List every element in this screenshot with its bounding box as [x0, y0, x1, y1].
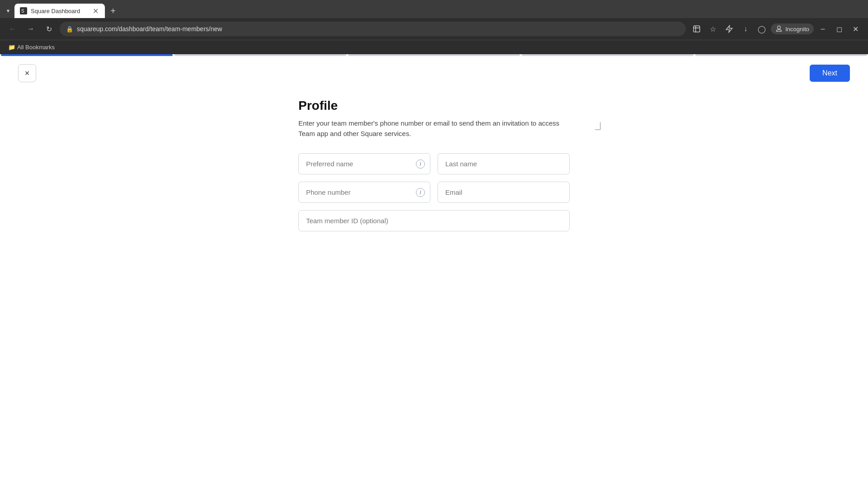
page-content: × Next Profile Enter your team member's …: [0, 54, 868, 484]
progress-segment-2: [175, 54, 346, 56]
bookmarks-folder-icon: 📁: [8, 44, 15, 51]
bookmarks-bar: 📁 All Bookmarks: [0, 40, 868, 54]
bookmark-star-icon[interactable]: ☆: [706, 22, 720, 36]
new-tab-button[interactable]: +: [107, 5, 119, 17]
extensions-icon[interactable]: [689, 22, 704, 36]
all-bookmarks-item[interactable]: 📁 All Bookmarks: [5, 43, 57, 52]
toolbar-icons: ☆ ↓ ◯ Incognito – ◻ ✕: [689, 22, 863, 36]
close-button[interactable]: ×: [18, 64, 36, 82]
download-icon[interactable]: ↓: [738, 22, 753, 36]
performance-icon[interactable]: [722, 22, 736, 36]
form-title: Profile: [298, 99, 570, 113]
progress-segment-4: [522, 54, 693, 56]
team-member-id-input[interactable]: [298, 210, 570, 231]
preferred-name-input[interactable]: [298, 153, 430, 174]
phone-info-icon[interactable]: i: [416, 188, 425, 197]
progress-segment-1: [1, 54, 173, 56]
incognito-button[interactable]: Incognito: [771, 23, 814, 34]
preferred-name-field: i: [298, 153, 430, 174]
phone-field: i: [298, 182, 430, 203]
close-icon: ×: [25, 69, 30, 78]
all-bookmarks-label: All Bookmarks: [17, 44, 55, 51]
browser-tab-active[interactable]: S Square Dashboard ✕: [14, 4, 105, 18]
name-row: i: [298, 153, 570, 174]
last-name-input[interactable]: [438, 153, 570, 174]
url-text: squareup.com/dashboard/team/team-members…: [77, 25, 679, 33]
reload-button[interactable]: ↻: [42, 22, 56, 36]
tab-scroll-btn[interactable]: ▼: [4, 5, 13, 17]
lock-icon: 🔒: [66, 26, 73, 33]
svg-text:S: S: [21, 9, 24, 14]
last-name-field: [438, 153, 570, 174]
browser-chrome: ▼ S Square Dashboard ✕ + ← → ↻ 🔒 squareu…: [0, 0, 868, 54]
tab-close-btn[interactable]: ✕: [91, 7, 99, 15]
preferred-name-info-icon[interactable]: i: [416, 160, 425, 169]
next-button-label: Next: [822, 69, 837, 77]
tab-favicon: S: [20, 7, 27, 14]
tab-title: Square Dashboard: [31, 8, 88, 14]
team-id-row: [298, 210, 570, 231]
address-bar[interactable]: 🔒 squareup.com/dashboard/team/team-membe…: [60, 22, 686, 36]
profile-form: Profile Enter your team member's phone n…: [289, 99, 579, 231]
progress-segment-5: [695, 54, 867, 56]
next-button[interactable]: Next: [810, 65, 850, 82]
form-description: Enter your team member's phone number or…: [298, 118, 570, 139]
email-field: [438, 182, 570, 203]
email-input[interactable]: [438, 182, 570, 203]
forward-button[interactable]: →: [24, 22, 38, 36]
page-header: × Next: [0, 57, 868, 89]
back-button[interactable]: ←: [5, 22, 20, 36]
phone-input[interactable]: [298, 182, 430, 203]
incognito-label: Incognito: [785, 26, 809, 33]
contact-row: i: [298, 182, 570, 203]
restore-btn[interactable]: ◻: [832, 22, 846, 36]
progress-segment-3: [348, 54, 520, 56]
minimize-btn[interactable]: –: [816, 22, 830, 36]
close-window-btn[interactable]: ✕: [848, 22, 863, 36]
window-icon[interactable]: ◯: [755, 22, 769, 36]
team-member-id-field: [298, 210, 570, 231]
